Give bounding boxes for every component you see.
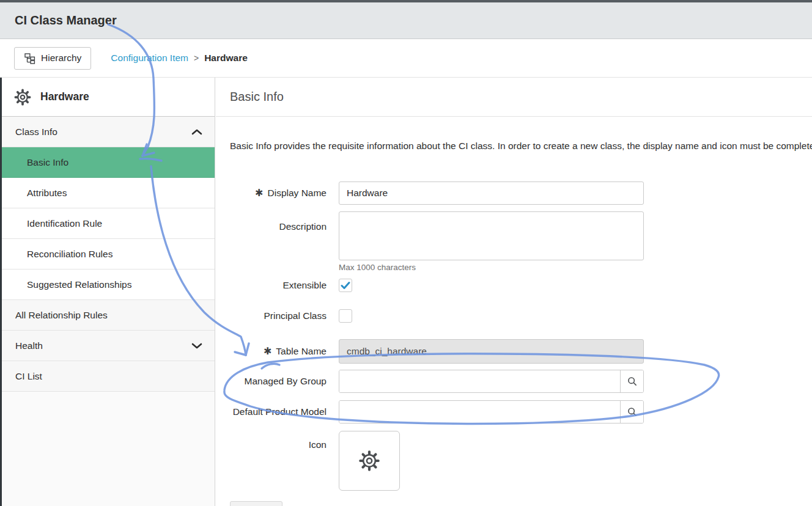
- required-marker: ✱: [264, 346, 271, 356]
- default-product-model-input[interactable]: [339, 401, 620, 423]
- display-name-input[interactable]: [339, 182, 644, 205]
- sidebar-item-ci-list[interactable]: CI List: [2, 361, 215, 392]
- sidebar-item-label: Identification Rule: [27, 218, 102, 229]
- field-label: Description: [279, 221, 327, 232]
- main-panel: Basic Info Basic Info provides the requi…: [216, 78, 812, 506]
- table-name-input: [339, 339, 644, 364]
- required-marker: ✱: [255, 188, 263, 198]
- sidebar-item-label: Suggested Relationships: [27, 279, 131, 290]
- breadcrumb-link-configuration-item[interactable]: Configuration Item: [111, 53, 188, 64]
- display-name-label: ✱ Display Name: [230, 188, 327, 199]
- sidebar-item-class-info[interactable]: Class Info: [2, 117, 215, 147]
- sidebar-item-label: Basic Info: [27, 157, 68, 168]
- sidebar-class-title: Hardware: [40, 90, 89, 103]
- sidebar-item-health[interactable]: Health: [2, 331, 215, 361]
- search-icon: [627, 406, 638, 417]
- breadcrumb: Configuration Item > Hardware: [111, 53, 248, 64]
- table-name-label: ✱ Table Name: [230, 346, 327, 357]
- description-label: Description: [230, 211, 327, 232]
- app-title: CI Class Manager: [15, 13, 117, 28]
- field-label: Extensible: [282, 280, 327, 291]
- search-icon: [627, 376, 638, 387]
- description-hint: Max 1000 characters: [339, 263, 670, 272]
- sidebar-item-label: CI List: [15, 371, 42, 382]
- table-name-row: ✱ Table Name: [230, 339, 670, 364]
- default-product-model-search-button[interactable]: [620, 401, 643, 423]
- extensible-label: Extensible: [230, 280, 327, 291]
- sidebar-item-label: Attributes: [27, 188, 67, 199]
- managed-by-group-field: [339, 370, 644, 393]
- sidebar-item-reconciliation-rules[interactable]: Reconciliation Rules: [2, 239, 215, 270]
- breadcrumb-bar: Hierarchy Configuration Item > Hardware: [0, 39, 812, 78]
- section-header: Basic Info: [216, 78, 812, 117]
- breadcrumb-separator: >: [194, 53, 199, 63]
- sidebar-item-basic-info[interactable]: Basic Info: [2, 147, 215, 178]
- default-product-model-row: Default Product Model: [230, 400, 670, 424]
- gear-icon: [13, 88, 32, 106]
- principal-class-label: Principal Class: [230, 310, 327, 321]
- extensible-checkbox[interactable]: [339, 279, 352, 292]
- breadcrumb-current-hardware: Hardware: [204, 53, 248, 64]
- partial-save-button[interactable]: [230, 501, 282, 506]
- section-intro-text: Basic Info provides the requisite inform…: [230, 141, 812, 152]
- icon-label: Icon: [230, 431, 327, 450]
- description-textarea[interactable]: [339, 211, 644, 260]
- sidebar-item-attributes[interactable]: Attributes: [2, 178, 215, 208]
- checkmark-icon: [341, 281, 350, 290]
- field-label: Principal Class: [264, 310, 327, 321]
- sidebar-item-label: Reconciliation Rules: [27, 249, 113, 260]
- managed-by-group-label: Managed By Group: [230, 376, 327, 387]
- field-label: Display Name: [268, 188, 327, 199]
- managed-by-group-row: Managed By Group: [230, 370, 670, 393]
- default-product-model-label: Default Product Model: [230, 406, 327, 417]
- principal-class-checkbox[interactable]: [339, 309, 352, 323]
- basic-info-form: ✱ Display Name Description Max 1000 char…: [230, 182, 670, 491]
- sidebar-item-suggested-relationships[interactable]: Suggested Relationships: [2, 270, 215, 300]
- field-label: Icon: [309, 439, 327, 450]
- sidebar-item-label: Class Info: [15, 127, 57, 138]
- default-product-model-field: [339, 400, 644, 424]
- hierarchy-tree-icon: [24, 53, 35, 64]
- field-label: Managed By Group: [245, 376, 327, 387]
- icon-row: Icon: [230, 431, 670, 491]
- description-row: Description: [230, 211, 670, 260]
- chevron-down-icon: [191, 342, 202, 350]
- principal-class-row: Principal Class: [230, 309, 670, 323]
- sidebar: Hardware Class Info Basic Info Attribute…: [0, 78, 215, 506]
- display-name-row: ✱ Display Name: [230, 182, 670, 205]
- managed-by-group-search-button[interactable]: [620, 370, 643, 392]
- chevron-up-icon: [191, 128, 202, 136]
- hierarchy-button[interactable]: Hierarchy: [14, 47, 91, 70]
- field-label: Default Product Model: [233, 406, 327, 417]
- section-title: Basic Info: [230, 90, 284, 104]
- sidebar-item-all-relationship-rules[interactable]: All Relationship Rules: [2, 300, 215, 331]
- managed-by-group-input[interactable]: [339, 370, 620, 392]
- sidebar-item-identification-rule[interactable]: Identification Rule: [2, 208, 215, 239]
- icon-picker-box[interactable]: [339, 431, 400, 491]
- field-label: Table Name: [276, 346, 327, 357]
- sidebar-item-label: All Relationship Rules: [15, 310, 108, 321]
- sidebar-item-label: Health: [15, 340, 43, 351]
- extensible-row: Extensible: [230, 279, 670, 292]
- app-header: CI Class Manager: [0, 2, 812, 39]
- hierarchy-button-label: Hierarchy: [41, 53, 81, 64]
- sidebar-class-header: Hardware: [2, 78, 215, 117]
- gear-icon: [358, 449, 381, 472]
